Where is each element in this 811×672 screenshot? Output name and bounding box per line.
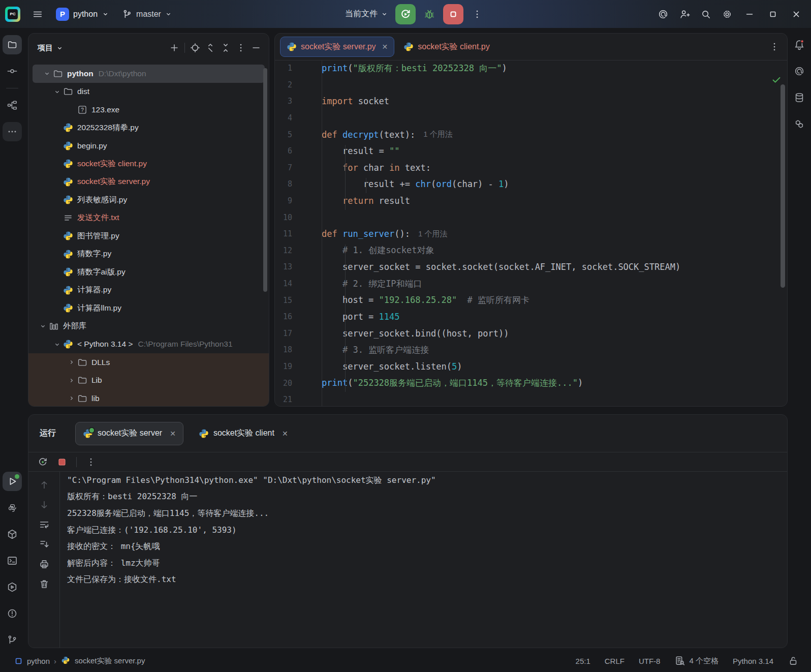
code-line[interactable]: 21 xyxy=(275,391,787,407)
tree-item[interactable]: 图书管理.py xyxy=(28,227,269,246)
prev-occurrence-button[interactable] xyxy=(37,477,52,493)
line-number[interactable]: 6 xyxy=(275,146,292,156)
status-file[interactable]: socket实验 server.py xyxy=(75,656,145,666)
code-line[interactable]: 7 for char in text: xyxy=(275,160,787,176)
tree-item[interactable]: 列表敏感词.py xyxy=(28,191,269,209)
tree-item[interactable]: 外部库 xyxy=(28,317,269,335)
line-number[interactable]: 2 xyxy=(275,80,292,89)
project-panel-title[interactable]: 项目 xyxy=(38,43,64,53)
expand-all-button[interactable] xyxy=(203,40,218,55)
line-number[interactable]: 11 xyxy=(275,229,292,238)
close-tab-icon[interactable]: ✕ xyxy=(382,43,388,51)
chevron-down-icon[interactable] xyxy=(41,70,53,77)
problems-tool-icon[interactable] xyxy=(3,604,22,623)
code-line[interactable]: 8 result += chr(ord(char) - 1) xyxy=(275,176,787,193)
line-number[interactable]: 5 xyxy=(275,130,292,139)
line-number[interactable]: 4 xyxy=(275,113,292,123)
ai-assistant-button[interactable] xyxy=(653,5,673,24)
code-line[interactable]: 17 server_socket.bind((host, port)) xyxy=(275,325,787,342)
next-occurrence-button[interactable] xyxy=(37,497,52,512)
print-button[interactable] xyxy=(37,557,52,572)
line-number[interactable]: 7 xyxy=(275,163,292,172)
line-number[interactable]: 10 xyxy=(275,213,292,222)
search-everywhere-button[interactable] xyxy=(696,5,715,24)
code-line[interactable]: 19 server_socket.listen(5) xyxy=(275,358,787,375)
line-number[interactable]: 8 xyxy=(275,179,292,189)
code-line[interactable]: 16 port = 1145 xyxy=(275,309,787,325)
tree-item[interactable]: lib xyxy=(28,389,269,407)
editor-tab[interactable]: socket实验 client.py xyxy=(397,37,495,56)
code-line[interactable]: 6 result = "" xyxy=(275,143,787,160)
commit-tool-icon[interactable] xyxy=(3,62,22,81)
tree-item[interactable]: begin.py xyxy=(28,137,269,155)
run-console[interactable]: "C:\Program Files\Python314\python.exe" … xyxy=(28,471,787,648)
collapse-all-button[interactable] xyxy=(218,40,233,55)
tree-item[interactable]: 计算器llm.py xyxy=(28,299,269,318)
scroll-to-end-button[interactable] xyxy=(37,537,52,552)
line-number[interactable]: 19 xyxy=(275,362,292,371)
python-interpreter[interactable]: Python 3.14 xyxy=(733,657,773,665)
lock-status[interactable] xyxy=(788,655,799,666)
file-encoding[interactable]: UTF-8 xyxy=(639,657,661,665)
run-tab[interactable]: socket实验 server✕ xyxy=(75,422,183,445)
code-line[interactable]: 9 return result xyxy=(275,193,787,209)
run-tab[interactable]: socket实验 client✕ xyxy=(192,422,295,445)
python-packages-icon[interactable] xyxy=(3,525,22,544)
indent-setting[interactable]: 4 个空格 xyxy=(674,655,719,666)
code-line[interactable]: 5def decrypt(text):1 个用法 xyxy=(275,126,787,143)
settings-button[interactable] xyxy=(718,5,737,24)
line-number[interactable]: 1 xyxy=(275,64,292,73)
line-number[interactable]: 18 xyxy=(275,345,292,354)
line-number[interactable]: 21 xyxy=(275,395,292,404)
project-widget[interactable]: P python xyxy=(52,5,113,23)
tree-item[interactable]: socket实验 client.py xyxy=(28,155,269,173)
editor-scrollbar[interactable] xyxy=(781,84,785,288)
chevron-down-icon[interactable] xyxy=(51,88,63,96)
line-number[interactable]: 15 xyxy=(275,296,292,305)
chevron-right-icon[interactable] xyxy=(65,377,77,384)
code-line[interactable]: 4 xyxy=(275,110,787,127)
structure-tool-icon[interactable] xyxy=(3,96,22,115)
chevron-down-icon[interactable] xyxy=(51,341,63,348)
editor-tab[interactable]: socket实验 server.py✕ xyxy=(280,37,394,57)
code-line[interactable]: 20print("252328服务端已启动，端口1145，等待客户端连接..."… xyxy=(275,375,787,391)
rerun-button[interactable] xyxy=(395,4,416,24)
tab-list-button[interactable] xyxy=(767,39,782,54)
clear-console-button[interactable] xyxy=(37,576,52,592)
tree-item[interactable]: 猜数字ai版.py xyxy=(28,263,269,282)
more-tools-icon[interactable] xyxy=(3,122,22,141)
line-ending[interactable]: CRLF xyxy=(605,657,625,665)
python-console-icon[interactable] xyxy=(3,498,22,517)
tree-item[interactable]: 计算器.py xyxy=(28,281,269,299)
tree-item[interactable]: ?123.exe xyxy=(28,101,269,119)
run-more-button[interactable] xyxy=(467,5,487,24)
code-editor[interactable]: 1print("版权所有：besti 20252328 向一")23import… xyxy=(275,60,787,406)
close-tab-icon[interactable]: ✕ xyxy=(282,430,288,438)
code-line[interactable]: 15 host = "192.168.25.28" # 监听所有网卡 xyxy=(275,292,787,309)
terminal-tool-icon[interactable] xyxy=(3,551,22,570)
stop-console-button[interactable] xyxy=(55,455,69,469)
tree-item[interactable]: dist xyxy=(28,83,269,101)
inspections-ok-icon[interactable] xyxy=(771,74,782,85)
project-tool-icon[interactable] xyxy=(3,35,22,54)
ai-assistant-icon[interactable] xyxy=(790,62,809,81)
code-with-me-button[interactable] xyxy=(675,5,694,24)
panel-options-button[interactable] xyxy=(233,40,248,55)
code-line[interactable]: 11def run_server():1 个用法 xyxy=(275,226,787,242)
code-line[interactable]: 12 # 1. 创建socket对象 xyxy=(275,242,787,259)
code-line[interactable]: 1print("版权所有：besti 20252328 向一") xyxy=(275,60,787,77)
notifications-icon[interactable] xyxy=(790,35,809,54)
database-tool-icon[interactable] xyxy=(790,88,809,107)
chevron-down-icon[interactable] xyxy=(37,322,49,330)
line-number[interactable]: 12 xyxy=(275,246,292,255)
plugins-tool-icon[interactable] xyxy=(790,114,809,134)
chevron-right-icon[interactable] xyxy=(65,358,77,366)
stop-button[interactable] xyxy=(443,4,463,24)
line-number[interactable]: 3 xyxy=(275,97,292,106)
tree-scrollbar[interactable] xyxy=(263,68,267,292)
tree-item[interactable]: 20252328猜拳.py xyxy=(28,119,269,137)
usages-inlay-hint[interactable]: 1 个用法 xyxy=(418,229,448,239)
locate-file-button[interactable] xyxy=(188,40,203,55)
tree-item[interactable]: socket实验 server.py xyxy=(28,173,269,191)
soft-wrap-button[interactable] xyxy=(37,517,52,532)
